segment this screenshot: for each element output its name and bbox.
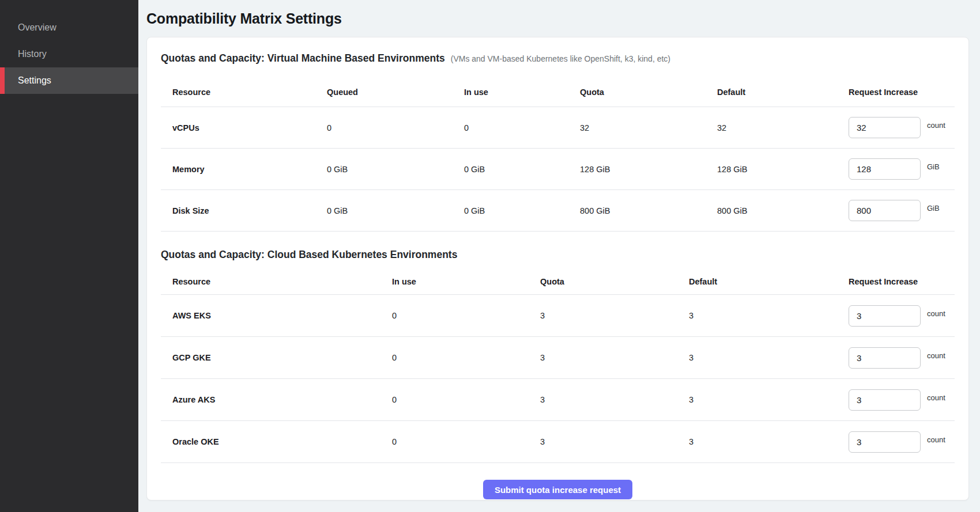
in-use-value: 0 [464, 123, 580, 132]
quota-value: 800 GiB [580, 206, 717, 215]
quota-value: 3 [540, 395, 689, 404]
col-header-default: Default [717, 88, 849, 97]
quota-value: 3 [540, 311, 689, 320]
in-use-value: 0 [392, 437, 540, 446]
resource-name: Disk Size [161, 206, 327, 215]
table-row-azure-aks: Azure AKS 0 3 3 count [161, 379, 955, 421]
vm-section-header: Quotas and Capacity: Virtual Machine Bas… [161, 51, 955, 66]
table-row-oracle-oke: Oracle OKE 0 3 3 count [161, 421, 955, 463]
submit-quota-increase-button[interactable]: Submit quota increase request [483, 480, 632, 499]
sidebar-item-history[interactable]: History [0, 41, 138, 67]
table-row-disk-size: Disk Size 0 GiB 0 GiB 800 GiB 800 GiB Gi… [161, 190, 955, 232]
cloud-section-title: Quotas and Capacity: Cloud Based Kuberne… [161, 248, 457, 261]
request-increase-cell: GiB [849, 158, 955, 180]
col-header-quota: Quota [580, 88, 717, 97]
unit-label: GiB [927, 204, 940, 213]
azure-aks-request-input[interactable] [849, 389, 921, 411]
request-increase-cell: count [849, 347, 955, 369]
request-increase-cell: count [849, 305, 955, 327]
request-increase-cell: count [849, 117, 955, 138]
aws-eks-request-input[interactable] [849, 305, 921, 327]
in-use-value: 0 [392, 311, 540, 320]
resource-name: GCP GKE [161, 353, 392, 362]
sidebar-item-label: History [18, 49, 47, 59]
sidebar-item-overview[interactable]: Overview [0, 14, 138, 41]
quota-value: 128 GiB [580, 165, 717, 174]
in-use-value: 0 GiB [464, 206, 580, 215]
disk-size-request-input[interactable] [849, 200, 921, 221]
memory-request-input[interactable] [849, 158, 921, 180]
vm-section-title: Quotas and Capacity: Virtual Machine Bas… [161, 51, 445, 65]
col-header-queued: Queued [327, 88, 464, 97]
queued-value: 0 GiB [327, 206, 464, 215]
submit-button-row: Submit quota increase request [161, 480, 955, 499]
request-increase-cell: GiB [849, 200, 955, 221]
col-header-resource: Resource [161, 277, 392, 286]
cloud-table-header: Resource In use Quota Default Request In… [161, 268, 955, 295]
resource-name: Oracle OKE [161, 437, 392, 446]
resource-name: Memory [161, 165, 327, 174]
vcpus-request-input[interactable] [849, 117, 921, 138]
resource-name: Azure AKS [161, 395, 392, 404]
sidebar-item-label: Overview [18, 22, 56, 33]
default-value: 3 [689, 437, 849, 446]
vm-quota-table: Resource Queued In use Quota Default Req… [161, 77, 955, 232]
quota-value: 3 [540, 437, 689, 446]
cloud-section-header: Quotas and Capacity: Cloud Based Kuberne… [161, 248, 955, 261]
default-value: 800 GiB [717, 206, 849, 215]
in-use-value: 0 [392, 395, 540, 404]
in-use-value: 0 [392, 353, 540, 362]
default-value: 32 [717, 123, 849, 132]
default-value: 3 [689, 353, 849, 362]
resource-name: vCPUs [161, 123, 327, 132]
unit-label: GiB [927, 162, 940, 171]
quota-value: 3 [540, 353, 689, 362]
default-value: 128 GiB [717, 165, 849, 174]
queued-value: 0 GiB [327, 165, 464, 174]
in-use-value: 0 GiB [464, 165, 580, 174]
col-header-request-increase: Request Increase [849, 277, 955, 286]
default-value: 3 [689, 311, 849, 320]
sidebar-item-settings[interactable]: Settings [0, 67, 138, 94]
table-row-gcp-gke: GCP GKE 0 3 3 count [161, 337, 955, 379]
main-content: Compatibility Matrix Settings Quotas and… [138, 0, 980, 512]
default-value: 3 [689, 395, 849, 404]
settings-card: Quotas and Capacity: Virtual Machine Bas… [146, 37, 969, 500]
col-header-request-increase: Request Increase [849, 88, 955, 97]
unit-label: count [927, 393, 945, 402]
col-header-quota: Quota [540, 277, 689, 286]
col-header-in-use: In use [464, 88, 580, 97]
table-row-memory: Memory 0 GiB 0 GiB 128 GiB 128 GiB GiB [161, 149, 955, 190]
col-header-in-use: In use [392, 277, 540, 286]
queued-value: 0 [327, 123, 464, 132]
vm-table-header: Resource Queued In use Quota Default Req… [161, 77, 955, 107]
unit-label: count [927, 309, 945, 318]
cloud-quota-table: Resource In use Quota Default Request In… [161, 268, 955, 463]
col-header-default: Default [689, 277, 849, 286]
unit-label: count [927, 435, 945, 444]
unit-label: count [927, 121, 945, 130]
sidebar-item-label: Settings [18, 75, 51, 86]
active-item-accent-bar [0, 67, 5, 94]
col-header-resource: Resource [161, 88, 327, 97]
oracle-oke-request-input[interactable] [849, 431, 921, 453]
quota-value: 32 [580, 123, 717, 132]
table-row-aws-eks: AWS EKS 0 3 3 count [161, 295, 955, 337]
sidebar: Overview History Settings [0, 0, 138, 512]
table-row-vcpus: vCPUs 0 0 32 32 count [161, 107, 955, 149]
vm-section-subtitle: (VMs and VM-based Kubernetes like OpenSh… [451, 52, 670, 66]
resource-name: AWS EKS [161, 311, 392, 320]
page-title: Compatibility Matrix Settings [146, 10, 969, 27]
request-increase-cell: count [849, 389, 955, 411]
gcp-gke-request-input[interactable] [849, 347, 921, 369]
unit-label: count [927, 351, 945, 360]
request-increase-cell: count [849, 431, 955, 453]
